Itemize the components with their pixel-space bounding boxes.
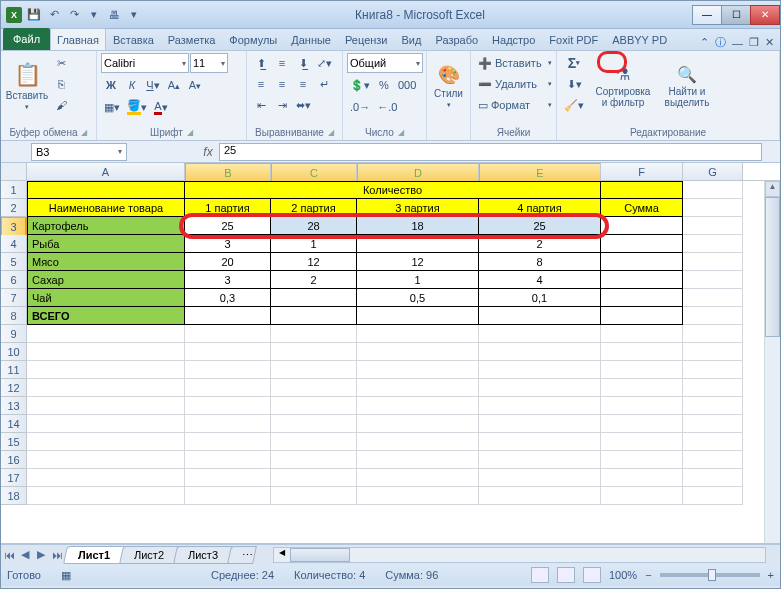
cell-G6[interactable]: [683, 271, 743, 289]
cell-F15[interactable]: [601, 433, 683, 451]
tab-nav-last[interactable]: ⏭: [49, 549, 65, 561]
border-button[interactable]: ▦▾: [101, 97, 123, 117]
cell-C3[interactable]: 28: [271, 217, 357, 235]
cell-G11[interactable]: [683, 361, 743, 379]
find-select-button[interactable]: 🔍 Найти и выделить: [659, 53, 715, 119]
view-layout-button[interactable]: [557, 567, 575, 583]
row-header-18[interactable]: 18: [1, 487, 27, 505]
sheet-tab-1[interactable]: Лист1: [63, 546, 125, 564]
cell-D18[interactable]: [357, 487, 479, 505]
cell-C16[interactable]: [271, 451, 357, 469]
row-header-5[interactable]: 5: [1, 253, 27, 271]
wrap-text-button[interactable]: ↵: [314, 74, 334, 94]
hscroll-thumb[interactable]: [290, 548, 350, 562]
file-tab[interactable]: Файл: [3, 28, 50, 50]
cell-D12[interactable]: [357, 379, 479, 397]
row-header-16[interactable]: 16: [1, 451, 27, 469]
cell-B6[interactable]: 3: [185, 271, 271, 289]
view-normal-button[interactable]: [531, 567, 549, 583]
cell-A17[interactable]: [27, 469, 185, 487]
tab-insert[interactable]: Вставка: [106, 28, 161, 50]
cell-G5[interactable]: [683, 253, 743, 271]
font-dialog-icon[interactable]: ◢: [187, 128, 193, 137]
align-center-button[interactable]: ≡: [272, 74, 292, 94]
cell-D13[interactable]: [357, 397, 479, 415]
cell-E7[interactable]: 0,1: [479, 289, 601, 307]
cell-F8[interactable]: [601, 307, 683, 325]
select-all-corner[interactable]: [1, 163, 27, 181]
cell-D16[interactable]: [357, 451, 479, 469]
bold-button[interactable]: Ж: [101, 75, 121, 95]
cell-B13[interactable]: [185, 397, 271, 415]
cell-A1[interactable]: [27, 181, 185, 199]
tab-formulas[interactable]: Формулы: [222, 28, 284, 50]
tab-nav-prev[interactable]: ◀: [17, 548, 33, 561]
horizontal-scrollbar[interactable]: ◀: [273, 547, 766, 563]
cell-B16[interactable]: [185, 451, 271, 469]
cell-A15[interactable]: [27, 433, 185, 451]
cell-D3[interactable]: 18: [357, 217, 479, 235]
zoom-in-button[interactable]: +: [768, 569, 774, 581]
print-icon[interactable]: 🖶: [105, 6, 123, 24]
row-header-13[interactable]: 13: [1, 397, 27, 415]
cell-A11[interactable]: [27, 361, 185, 379]
font-name-select[interactable]: Calibri▾: [101, 53, 189, 73]
cell-E12[interactable]: [479, 379, 601, 397]
percent-button[interactable]: %: [374, 75, 394, 95]
increase-indent-button[interactable]: ⇥: [272, 95, 292, 115]
cell-D17[interactable]: [357, 469, 479, 487]
cell-B12[interactable]: [185, 379, 271, 397]
cell-C9[interactable]: [271, 325, 357, 343]
cell-A16[interactable]: [27, 451, 185, 469]
fill-color-button[interactable]: 🪣▾: [124, 97, 150, 117]
cell-G9[interactable]: [683, 325, 743, 343]
cell-B14[interactable]: [185, 415, 271, 433]
format-cells-button[interactable]: ▭Формат▾: [475, 95, 555, 115]
cell-G2[interactable]: [683, 199, 743, 217]
zoom-slider[interactable]: [660, 573, 760, 577]
cell-G3[interactable]: [683, 217, 743, 235]
cell-F2[interactable]: Сумма: [601, 199, 683, 217]
align-right-button[interactable]: ≡: [293, 74, 313, 94]
number-format-select[interactable]: Общий▾: [347, 53, 423, 73]
cell-B4[interactable]: 3: [185, 235, 271, 253]
clipboard-dialog-icon[interactable]: ◢: [81, 128, 87, 137]
cell-G15[interactable]: [683, 433, 743, 451]
fill-button[interactable]: ⬇▾: [561, 74, 587, 94]
cell-B5[interactable]: 20: [185, 253, 271, 271]
cell-D8[interactable]: [357, 307, 479, 325]
insert-cells-button[interactable]: ➕Вставить▾: [475, 53, 555, 73]
cell-C17[interactable]: [271, 469, 357, 487]
new-sheet-button[interactable]: ⋯: [227, 546, 257, 564]
cell-A8[interactable]: ВСЕГО: [27, 307, 185, 325]
col-D[interactable]: D: [357, 163, 479, 183]
align-dialog-icon[interactable]: ◢: [328, 128, 334, 137]
cell-F1[interactable]: [601, 181, 683, 199]
delete-cells-button[interactable]: ➖Удалить▾: [475, 74, 555, 94]
cell-E4[interactable]: 2: [479, 235, 601, 253]
autosum-button[interactable]: Σ ▾: [561, 53, 587, 73]
cell-A10[interactable]: [27, 343, 185, 361]
cell-D6[interactable]: 1: [357, 271, 479, 289]
cell-A13[interactable]: [27, 397, 185, 415]
tab-foxit[interactable]: Foxit PDF: [542, 28, 605, 50]
cell-E2[interactable]: 4 партия: [479, 199, 601, 217]
tab-home[interactable]: Главная: [50, 28, 106, 50]
currency-button[interactable]: 💲▾: [347, 75, 373, 95]
cell-C8[interactable]: [271, 307, 357, 325]
cell-F7[interactable]: [601, 289, 683, 307]
underline-button[interactable]: Ч▾: [143, 75, 163, 95]
tab-nav-next[interactable]: ▶: [33, 548, 49, 561]
minimize-button[interactable]: —: [692, 5, 722, 25]
paste-button[interactable]: 📋 Вставить ▾: [5, 53, 49, 119]
scroll-up-icon[interactable]: ▲: [765, 181, 780, 197]
help-icon[interactable]: ⓘ: [715, 35, 726, 50]
cell-B8[interactable]: [185, 307, 271, 325]
row-header-14[interactable]: 14: [1, 415, 27, 433]
cell-F10[interactable]: [601, 343, 683, 361]
cell-F6[interactable]: [601, 271, 683, 289]
copy-button[interactable]: ⎘: [51, 74, 71, 94]
mdi-close-icon[interactable]: ✕: [765, 36, 774, 49]
orientation-button[interactable]: ⤢▾: [314, 53, 335, 73]
cell-F17[interactable]: [601, 469, 683, 487]
